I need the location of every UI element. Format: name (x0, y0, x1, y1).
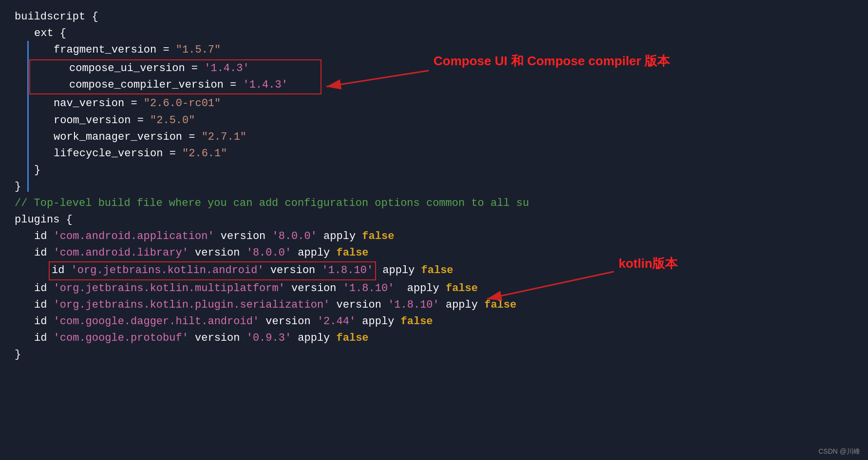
code-line-14: id 'com.android.application' version '8.… (34, 228, 868, 245)
code-line-11: } (15, 179, 868, 195)
code-line-9: lifecycle_version = "2.6.1" (54, 146, 868, 162)
code-line-15: id 'com.android.library' version '8.0.0'… (34, 245, 868, 261)
code-line-7: room_version = "2.5.0" (54, 112, 868, 129)
code-line-1: buildscript { (15, 9, 868, 25)
code-line-6: nav_version = "2.6.0-rc01" (54, 95, 868, 112)
code-line-20: id 'com.google.protobuf' version '0.9.3'… (34, 330, 868, 347)
code-line-8: work_manager_version = "2.7.1" (54, 129, 868, 146)
code-line-17: id 'org.jetbrains.kotlin.multiplatform' … (34, 280, 868, 297)
code-line-4: compose_ui_version = '1.4.3' (69, 60, 321, 77)
left-border (27, 41, 29, 192)
code-line-5: compose_compiler_version = '1.4.3' (69, 77, 321, 93)
code-container: buildscript { ext { fragment_version = "… (0, 0, 868, 372)
code-line-19: id 'com.google.dagger.hilt.android' vers… (34, 313, 868, 330)
code-line-12: // Top-level build file where you can ad… (15, 195, 868, 212)
code-line-18: id 'org.jetbrains.kotlin.plugin.serializ… (34, 297, 868, 313)
kotlin-highlight-wrapper: id 'org.jetbrains.kotlin.android' versio… (29, 261, 868, 280)
code-line-3: fragment_version = "1.5.7" (54, 42, 868, 58)
code-line-10: } (34, 162, 868, 179)
code-line-2: ext { (34, 25, 868, 42)
compose-highlight-box: compose_ui_version = '1.4.3' compose_com… (29, 59, 321, 94)
csdn-watermark: CSDN @川峰 (818, 447, 860, 456)
kotlin-highlight-box: id 'org.jetbrains.kotlin.android' versio… (49, 261, 376, 280)
code-line-21: } (15, 347, 868, 363)
code-line-13: plugins { (15, 212, 868, 228)
